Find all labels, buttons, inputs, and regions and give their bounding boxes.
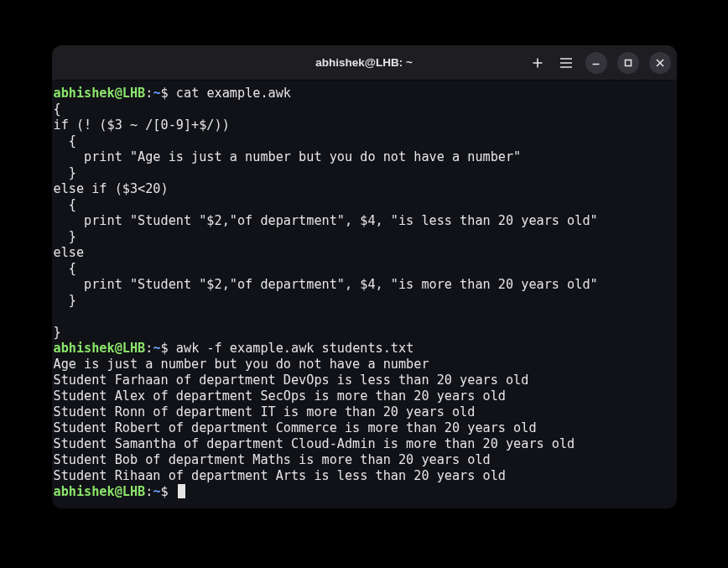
prompt-line: abhishek@LHB:~$ awk -f example.awk stude… [54, 341, 414, 356]
script-line: if (! ($3 ~ /[0-9]+$/)) [54, 117, 230, 133]
output-line: Student Rihaan of department Arts is les… [54, 468, 506, 483]
svg-rect-6 [625, 60, 631, 65]
script-line: else [54, 245, 85, 260]
prompt-path: ~ [153, 484, 160, 499]
output-line: Student Bob of department Maths is more … [54, 452, 491, 467]
output-line: Student Alex of department SecOps is mor… [54, 388, 506, 404]
output-line: Student Samantha of department Cloud-Adm… [54, 436, 575, 451]
script-line: print "Student "$2,"of department", $4, … [54, 213, 598, 228]
prompt-user: abhishek@LHB [54, 484, 146, 499]
prompt-path: ~ [153, 86, 160, 101]
titlebar-controls [528, 52, 671, 74]
script-line: } [54, 165, 76, 180]
output-line: Student Ronn of department IT is more th… [54, 404, 476, 419]
script-line: } [54, 325, 61, 340]
prompt-user: abhishek@LHB [54, 86, 146, 101]
terminal-body[interactable]: abhishek@LHB:~$ cat example.awk { if (! … [52, 81, 677, 508]
output-line: Age is just a number but you do not have… [54, 357, 429, 372]
script-line: print "Age is just a number but you do n… [54, 149, 522, 164]
script-line: { [54, 102, 61, 117]
script-line: } [54, 229, 76, 244]
script-line: { [54, 133, 76, 149]
window-title: abhishek@LHB: ~ [315, 56, 413, 69]
cursor [178, 484, 185, 498]
script-line: print "Student "$2,"of department", $4, … [54, 277, 598, 292]
close-button[interactable] [649, 52, 671, 74]
new-tab-icon[interactable] [528, 54, 547, 72]
prompt-line: abhishek@LHB:~$ cat example.awk [54, 86, 292, 101]
output-line: Student Robert of department Commerce is… [54, 420, 537, 435]
script-line: } [54, 293, 76, 308]
command-text: awk -f example.awk students.txt [176, 341, 413, 356]
maximize-button[interactable] [617, 52, 639, 74]
output-line: Student Farhaan of department DevOps is … [54, 373, 529, 388]
script-line: { [54, 261, 76, 276]
titlebar: abhishek@LHB: ~ [52, 45, 677, 81]
minimize-button[interactable] [585, 52, 607, 74]
prompt-path: ~ [153, 341, 160, 356]
script-line: else if ($3<20) [54, 181, 169, 196]
prompt-user: abhishek@LHB [54, 341, 146, 356]
terminal-window: abhishek@LHB: ~ abhishek@LHB:~$ cat exam… [52, 45, 677, 508]
menu-icon[interactable] [557, 55, 575, 71]
command-text: cat example.awk [176, 86, 291, 101]
script-line: { [54, 197, 76, 212]
prompt-line: abhishek@LHB:~$ [54, 484, 176, 499]
